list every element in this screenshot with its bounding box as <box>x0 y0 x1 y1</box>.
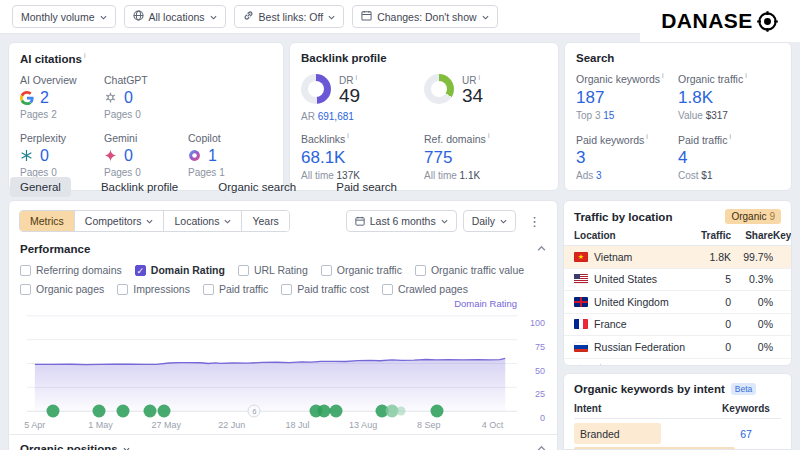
metric-sub-link[interactable]: 3 <box>596 170 602 181</box>
traffic-row-fr[interactable]: France00% <box>564 314 791 337</box>
prev-page-button[interactable] <box>574 364 583 367</box>
intent-row-branded[interactable]: Branded67 <box>574 423 781 444</box>
checkbox-label: Domain Rating <box>151 264 225 276</box>
toolbar-button-monthly-volume[interactable]: Monthly volume <box>12 5 116 28</box>
chart-event-marker[interactable] <box>92 405 105 418</box>
globe-icon <box>133 10 144 23</box>
kebab-menu-icon[interactable]: ⋮ <box>522 212 547 231</box>
tab-organic-search[interactable]: Organic search <box>208 177 306 197</box>
country-name: United States <box>594 273 657 285</box>
toolbar-button-label: All locations <box>149 11 205 23</box>
y-axis-tick: 0 <box>540 413 545 423</box>
metric-sub: All time 1.1K <box>424 170 547 181</box>
checkbox-label: Organic traffic value <box>431 264 524 276</box>
intent-keywords-count[interactable]: 67 <box>711 428 781 440</box>
checkbox-organic-traffic[interactable]: Organic traffic <box>321 264 402 276</box>
link-icon <box>243 10 254 23</box>
share-value: 0% <box>731 318 773 330</box>
chart-y-axis: 1007550250 <box>521 311 545 416</box>
metric-value[interactable]: 775 <box>424 148 547 168</box>
chart-event-marker[interactable] <box>430 405 443 418</box>
ai-citation-item: AI Overview2Pages 2 <box>20 74 104 120</box>
checkbox-impressions[interactable]: Impressions <box>117 283 190 295</box>
traffic-row-gb[interactable]: United Kingdom00% <box>564 291 791 314</box>
keywords-by-intent-title: Organic keywords by intent <box>574 383 725 395</box>
date-range-button[interactable]: Last 6 months <box>346 210 457 232</box>
logo: DANASE <box>640 0 800 42</box>
ai-citation-count[interactable]: 0 <box>124 147 133 165</box>
perplexity-icon <box>20 149 34 163</box>
checkbox-crawled-pages[interactable]: Crawled pages <box>382 283 468 295</box>
backlink-profile-title: Backlink profile <box>301 52 547 64</box>
segment-years[interactable]: Years <box>241 211 288 231</box>
checkbox-icon <box>382 284 393 295</box>
traffic-row-us[interactable]: United States50.3% <box>564 269 791 292</box>
share-value: 0% <box>731 341 773 353</box>
organic-badge[interactable]: Organic9 <box>725 209 781 224</box>
metric-value[interactable]: 4 <box>678 148 780 168</box>
traffic-value: 0 <box>691 296 731 308</box>
intent-table-header: Intent Keywords <box>574 395 781 419</box>
ai-citation-count[interactable]: 0 <box>40 147 49 165</box>
x-axis-tick: 18 Jul <box>285 420 309 430</box>
chart-event-marker[interactable] <box>397 407 406 416</box>
ai-citation-count[interactable]: 1 <box>208 147 217 165</box>
toolbar-button-all-locations[interactable]: All locations <box>124 5 226 28</box>
segment-competitors[interactable]: Competitors <box>74 211 164 231</box>
performance-panel: MetricsCompetitorsLocationsYears Last 6 … <box>8 200 558 450</box>
collapse-organic-positions-icon[interactable] <box>537 443 546 450</box>
ai-citation-count[interactable]: 0 <box>124 89 133 107</box>
metric-value[interactable]: 1.8K <box>678 88 780 108</box>
traffic-row-ru[interactable]: Russian Federation00% <box>564 336 791 359</box>
chart-event-marker[interactable] <box>117 405 130 418</box>
beta-badge: Beta <box>731 383 757 395</box>
next-page-button[interactable] <box>597 364 606 367</box>
ai-citation-item: Perplexity0Pages 0 <box>20 132 104 178</box>
toolbar-button-changes-don-t-show[interactable]: Changes: Don't show <box>352 5 497 28</box>
chart-series-label: Domain Rating <box>454 298 517 309</box>
backlink-metric: Backlinksi68.1KAll time 137K <box>301 132 424 181</box>
metric-label: Paid traffici <box>678 133 780 146</box>
share-value: 0.3% <box>731 273 773 285</box>
ai-citations-card: AI citationsi AI Overview2Pages 2ChatGPT… <box>8 42 284 191</box>
granularity-button[interactable]: Daily <box>463 210 516 232</box>
checkbox-url-rating[interactable]: URL Rating <box>238 264 308 276</box>
backlink-metric: Ref. domainsi775All time 1.1K <box>424 132 547 181</box>
organic-positions-header[interactable]: Organic positions <box>20 443 130 450</box>
toolbar-button-label: Changes: Don't show <box>377 11 476 23</box>
collapse-performance-icon[interactable] <box>537 243 546 255</box>
checkbox-organic-traffic-value[interactable]: Organic traffic value <box>415 264 524 276</box>
metric-value[interactable]: 68.1K <box>301 148 424 168</box>
toolbar-button-best-links-off[interactable]: Best links: Off <box>234 5 345 28</box>
ai-pages-count: Pages 0 <box>104 109 272 120</box>
checkbox-paid-traffic-cost[interactable]: Paid traffic cost <box>281 283 369 295</box>
country-name: France <box>594 318 627 330</box>
segment-metrics[interactable]: Metrics <box>20 211 74 231</box>
checkbox-domain-rating[interactable]: ✓Domain Rating <box>135 264 225 276</box>
metric-label: Paid keywordsi <box>576 133 678 146</box>
traffic-row-vn[interactable]: Vietnam1.8K99.7% <box>564 246 791 269</box>
checkbox-organic-pages[interactable]: Organic pages <box>20 283 104 295</box>
chart-event-marker[interactable] <box>329 405 342 418</box>
tab-general[interactable]: General <box>10 177 71 197</box>
checkbox-referring-domains[interactable]: Referring domains <box>20 264 122 276</box>
y-axis-tick: 50 <box>535 366 545 376</box>
traffic-by-location-title: Traffic by location <box>574 211 672 223</box>
chart-event-marker[interactable] <box>158 405 171 418</box>
metric-value[interactable]: 3 <box>576 148 678 168</box>
tab-paid-search[interactable]: Paid search <box>326 177 407 197</box>
ai-citation-count[interactable]: 2 <box>40 89 49 107</box>
chatgpt-icon <box>104 91 118 105</box>
tab-backlink-profile[interactable]: Backlink profile <box>91 177 188 197</box>
chart-event-marker[interactable] <box>143 405 156 418</box>
chart-event-marker[interactable] <box>47 405 60 418</box>
ar-value[interactable]: 691,681 <box>318 111 354 122</box>
checkbox-paid-traffic[interactable]: Paid traffic <box>203 283 268 295</box>
share-value: 0% <box>731 296 773 308</box>
metric-value[interactable]: 187 <box>576 88 678 108</box>
chart-plot-area[interactable]: 6 <box>27 311 517 416</box>
segment-locations[interactable]: Locations <box>163 211 241 231</box>
metric-sub-link[interactable]: 15 <box>603 110 614 121</box>
calendar-icon <box>361 10 372 23</box>
chart-event-badge[interactable]: 6 <box>248 405 261 418</box>
